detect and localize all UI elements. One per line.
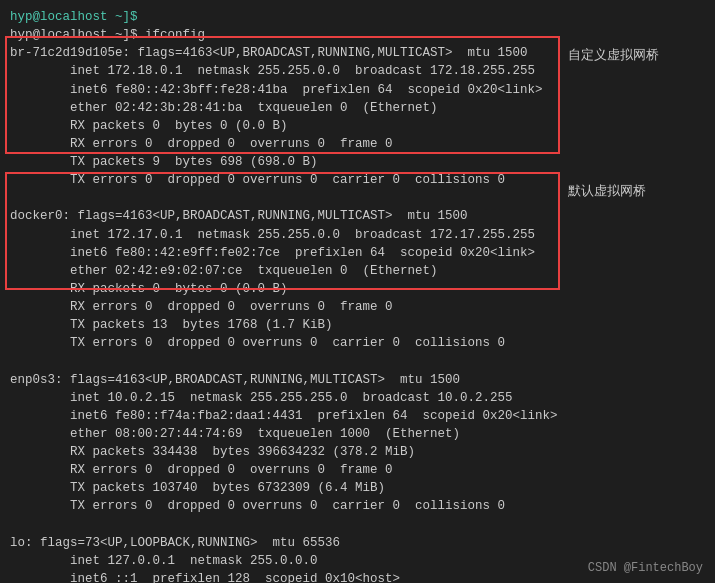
- br-line-4: ether 02:42:3b:28:41:ba txqueuelen 0 (Et…: [10, 99, 705, 117]
- br-line-2: inet 172.18.0.1 netmask 255.255.0.0 broa…: [10, 62, 705, 80]
- enp-line-2: inet 10.0.2.15 netmask 255.255.255.0 bro…: [10, 389, 705, 407]
- lo-line-1: lo: flags=73<UP,LOOPBACK,RUNNING> mtu 65…: [10, 534, 705, 552]
- enp-line-6: RX errors 0 dropped 0 overruns 0 frame 0: [10, 461, 705, 479]
- enp-line-4: ether 08:00:27:44:74:69 txqueuelen 1000 …: [10, 425, 705, 443]
- docker-line-2: inet 172.17.0.1 netmask 255.255.0.0 broa…: [10, 226, 705, 244]
- docker-line-7: TX packets 13 bytes 1768 (1.7 KiB): [10, 316, 705, 334]
- blank-3: [10, 516, 705, 534]
- br-line-7: TX packets 9 bytes 698 (698.0 B): [10, 153, 705, 171]
- cmd-line-1: hyp@localhost ~]$ ifconfig: [10, 26, 705, 44]
- br-line-6: RX errors 0 dropped 0 overruns 0 frame 0: [10, 135, 705, 153]
- prompt-line-1: hyp@localhost ~]$: [10, 8, 705, 26]
- enp-line-1: enp0s3: flags=4163<UP,BROADCAST,RUNNING,…: [10, 371, 705, 389]
- watermark: CSDN @FintechBoy: [588, 561, 703, 575]
- docker-line-3: inet6 fe80::42:e9ff:fe02:7ce prefixlen 6…: [10, 244, 705, 262]
- docker-line-8: TX errors 0 dropped 0 overruns 0 carrier…: [10, 334, 705, 352]
- docker-line-6: RX errors 0 dropped 0 overruns 0 frame 0: [10, 298, 705, 316]
- docker-annotation: 默认虚拟网桥: [568, 182, 646, 200]
- enp-line-5: RX packets 334438 bytes 396634232 (378.2…: [10, 443, 705, 461]
- docker-line-5: RX packets 0 bytes 0 (0.0 B): [10, 280, 705, 298]
- terminal: hyp@localhost ~]$ hyp@localhost ~]$ ifco…: [0, 0, 715, 583]
- docker-line-1: docker0: flags=4163<UP,BROADCAST,RUNNING…: [10, 207, 705, 225]
- enp-line-3: inet6 fe80::f74a:fba2:daa1:4431 prefixle…: [10, 407, 705, 425]
- blank-2: [10, 352, 705, 370]
- enp-line-7: TX packets 103740 bytes 6732309 (6.4 MiB…: [10, 479, 705, 497]
- br-line-5: RX packets 0 bytes 0 (0.0 B): [10, 117, 705, 135]
- br-line-3: inet6 fe80::42:3bff:fe28:41ba prefixlen …: [10, 81, 705, 99]
- enp-line-8: TX errors 0 dropped 0 overruns 0 carrier…: [10, 497, 705, 515]
- docker-line-4: ether 02:42:e9:02:07:ce txqueuelen 0 (Et…: [10, 262, 705, 280]
- br-annotation: 自定义虚拟网桥: [568, 46, 659, 64]
